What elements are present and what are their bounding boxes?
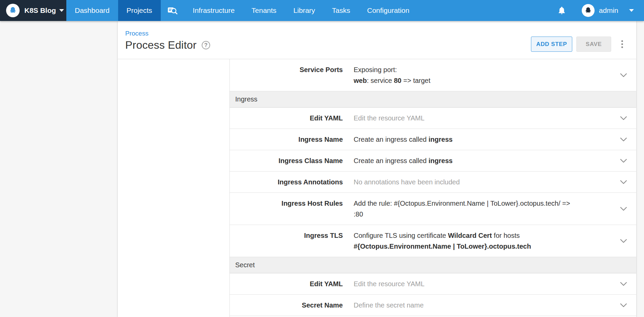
card-header: Process Process Editor ? ADD STEP SAVE — [118, 21, 636, 59]
main-nav: DashboardProjectsInfrastructureTenantsLi… — [66, 0, 418, 21]
row-summary: Edit the resource YAML — [354, 278, 424, 289]
topbar-right: admin — [557, 0, 644, 21]
form-row[interactable]: Ingress Class NameCreate an ingress call… — [230, 150, 636, 172]
username[interactable]: admin — [599, 6, 618, 15]
nav-item-projects[interactable]: Projects — [118, 0, 161, 21]
form-row[interactable]: Ingress NameCreate an ingress called ing… — [230, 129, 636, 150]
project-name: K8S Blog — [24, 6, 56, 15]
row-placeholder: Edit the resource YAML — [354, 280, 424, 288]
row-summary: Define the secret name — [354, 300, 424, 311]
section-header: Ingress — [230, 91, 636, 108]
chevron-down-icon[interactable] — [620, 73, 627, 77]
caret-down-icon[interactable] — [629, 9, 634, 12]
row-label: Ingress TLS — [230, 230, 343, 241]
help-icon[interactable]: ? — [202, 41, 210, 49]
row-label: Edit YAML — [230, 278, 343, 289]
chevron-down-icon[interactable] — [620, 207, 627, 211]
row-label: Edit YAML — [230, 113, 343, 123]
row-summary: Create an ingress called ingress — [354, 134, 452, 145]
form-row[interactable]: Ingress Host RulesAdd the rule: #{Octopu… — [230, 193, 636, 225]
row-label: Secret Name — [230, 300, 343, 311]
chevron-down-icon[interactable] — [620, 159, 627, 163]
header-actions: ADD STEP SAVE — [531, 37, 628, 52]
nav-item-dashboard[interactable]: Dashboard — [66, 0, 118, 21]
row-summary: Exposing port:web: service 80 => target — [354, 64, 430, 86]
chevron-down-icon[interactable] — [620, 239, 627, 243]
octopus-logo-icon — [6, 4, 20, 17]
nav-item-tenants[interactable]: Tenants — [243, 0, 285, 21]
chevron-down-icon[interactable] — [620, 282, 627, 286]
chevron-down-icon[interactable] — [620, 137, 627, 142]
chevron-down-icon[interactable] — [620, 180, 627, 184]
row-placeholder: No annotations have been included — [354, 178, 460, 186]
row-label: Ingress Name — [230, 134, 343, 145]
nav-item-tasks[interactable]: Tasks — [324, 0, 359, 21]
add-step-button[interactable]: ADD STEP — [531, 37, 572, 52]
row-placeholder: Define the secret name — [354, 301, 424, 309]
row-summary: Edit the resource YAML — [354, 113, 424, 123]
row-summary: No annotations have been included — [354, 177, 460, 187]
chevron-down-icon[interactable] — [620, 303, 627, 308]
form-row[interactable]: Ingress TLSConfigure TLS using certifica… — [230, 225, 636, 257]
nav-item-configuration[interactable]: Configuration — [359, 0, 418, 21]
user-avatar[interactable] — [582, 4, 595, 17]
caret-down-icon — [59, 9, 64, 12]
form-row[interactable]: Ingress AnnotationsNo annotations have b… — [230, 172, 636, 193]
row-label: Service Ports — [230, 64, 343, 75]
top-nav-bar: K8S Blog DashboardProjectsInfrastructure… — [0, 0, 644, 21]
kebab-menu-icon[interactable] — [616, 37, 628, 52]
form-row[interactable]: Edit YAMLEdit the resource YAML — [230, 273, 636, 295]
form-row[interactable]: Service PortsExposing port:web: service … — [230, 59, 636, 91]
project-switcher[interactable]: K8S Blog — [0, 0, 66, 21]
notifications-bell-icon[interactable] — [557, 6, 566, 15]
form-row[interactable]: Edit YAMLEdit the resource YAML — [230, 108, 636, 129]
form-row[interactable]: Secret NameDefine the secret name — [230, 295, 636, 316]
search-icon[interactable] — [161, 0, 184, 21]
nav-item-infrastructure[interactable]: Infrastructure — [184, 0, 243, 21]
row-placeholder: Edit the resource YAML — [354, 114, 424, 122]
section-header: Secret — [230, 257, 636, 273]
row-summary: Configure TLS using certificate Wildcard… — [354, 230, 531, 252]
row-label: Ingress Class Name — [230, 155, 343, 166]
save-button[interactable]: SAVE — [576, 37, 611, 52]
chevron-down-icon[interactable] — [620, 116, 627, 120]
page-title: Process Editor — [125, 39, 197, 51]
row-summary: Create an ingress called ingress — [354, 155, 452, 166]
row-label: Ingress Annotations — [230, 177, 343, 187]
nav-item-library[interactable]: Library — [285, 0, 324, 21]
breadcrumb-process-link[interactable]: Process — [125, 30, 149, 37]
process-editor-card: Process Process Editor ? ADD STEP SAVE S… — [118, 21, 636, 317]
process-step-form: Service PortsExposing port:web: service … — [229, 59, 636, 317]
row-label: Ingress Host Rules — [230, 198, 343, 209]
row-summary: Add the rule: #{Octopus.Environment.Name… — [354, 198, 570, 220]
